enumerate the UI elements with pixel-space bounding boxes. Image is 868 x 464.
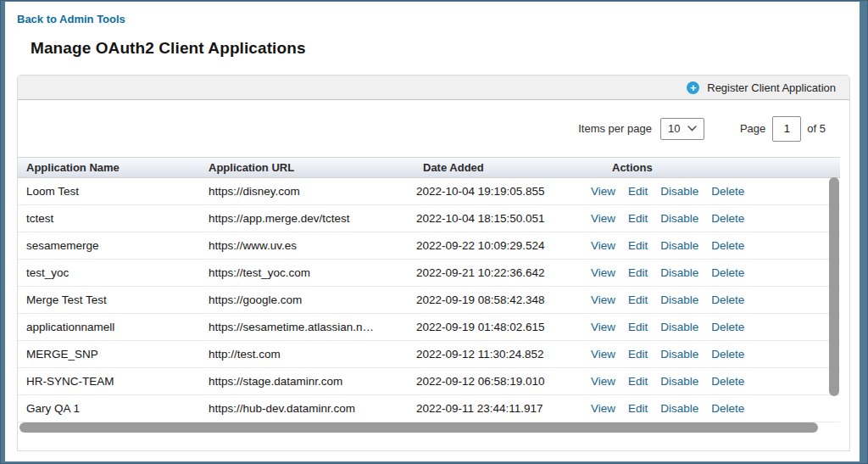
column-actions: Actions bbox=[591, 161, 840, 174]
delete-link[interactable]: Delete bbox=[711, 266, 744, 279]
delete-link[interactable]: Delete bbox=[711, 402, 744, 415]
edit-link[interactable]: Edit bbox=[628, 239, 648, 252]
back-to-admin-tools-link[interactable]: Back to Admin Tools bbox=[17, 13, 125, 25]
column-application-name: Application Name bbox=[18, 161, 200, 174]
disable-link[interactable]: Disable bbox=[660, 402, 698, 415]
application-url-cell: https://www.uv.es bbox=[200, 239, 408, 252]
actions-cell: View Edit Disable Delete bbox=[591, 239, 840, 252]
edit-link[interactable]: Edit bbox=[628, 348, 648, 361]
date-added-cell: 2022-10-04 18:15:50.051 bbox=[408, 212, 591, 225]
date-added-cell: 2022-09-11 23:44:11.917 bbox=[408, 402, 591, 415]
table-row: Loom Test https://disney.com 2022-10-04 … bbox=[18, 178, 840, 205]
disable-link[interactable]: Disable bbox=[660, 348, 698, 361]
delete-link[interactable]: Delete bbox=[711, 239, 744, 252]
actions-cell: View Edit Disable Delete bbox=[591, 402, 840, 415]
application-name-cell: Merge Test Test bbox=[18, 293, 200, 306]
actions-cell: View Edit Disable Delete bbox=[591, 266, 840, 279]
items-per-page-value: 10 bbox=[668, 122, 680, 135]
add-plus-icon[interactable]: + bbox=[687, 81, 699, 94]
date-added-cell: 2022-09-21 10:22:36.642 bbox=[408, 266, 591, 279]
disable-link[interactable]: Disable bbox=[660, 293, 698, 306]
application-url-cell: https://test_yoc.com bbox=[200, 266, 408, 279]
table-header-row: Application Name Application URL Date Ad… bbox=[18, 157, 840, 178]
actions-cell: View Edit Disable Delete bbox=[591, 185, 840, 198]
application-name-cell: MERGE_SNP bbox=[18, 348, 200, 361]
application-name-cell: tctest bbox=[18, 212, 200, 225]
panel-toolbar: + Register Client Application bbox=[18, 75, 849, 100]
table-body: Loom Test https://disney.com 2022-10-04 … bbox=[18, 178, 840, 422]
date-added-cell: 2022-09-22 10:09:29.524 bbox=[408, 239, 591, 252]
application-url-cell: https://hub-dev.dataminr.com bbox=[200, 402, 408, 415]
items-per-page-select[interactable]: 10 bbox=[660, 118, 704, 140]
page-number-input[interactable] bbox=[772, 116, 801, 142]
application-url-cell: https://sesametime.atlassian.n… bbox=[200, 321, 408, 333]
column-date-added: Date Added bbox=[408, 161, 591, 174]
application-name-cell: Gary QA 1 bbox=[18, 402, 200, 415]
page-label: Page bbox=[740, 122, 765, 135]
date-added-cell: 2022-09-12 11:30:24.852 bbox=[408, 348, 591, 361]
application-url-cell: http://test.com bbox=[200, 348, 408, 361]
table-row: HR-SYNC-TEAM https://stage.dataminr.com … bbox=[18, 368, 840, 395]
application-name-cell: applicationnamell bbox=[18, 321, 200, 333]
actions-cell: View Edit Disable Delete bbox=[591, 212, 840, 225]
table-row: test_yoc https://test_yoc.com 2022-09-21… bbox=[18, 260, 840, 287]
applications-table: Application Name Application URL Date Ad… bbox=[18, 157, 840, 422]
items-per-page-label: Items per page bbox=[578, 122, 652, 135]
disable-link[interactable]: Disable bbox=[660, 375, 698, 388]
pagination-bar: Items per page 10 Page of 5 bbox=[18, 100, 849, 157]
date-added-cell: 2022-10-04 19:19:05.855 bbox=[408, 185, 591, 198]
disable-link[interactable]: Disable bbox=[660, 239, 698, 252]
delete-link[interactable]: Delete bbox=[711, 348, 744, 361]
table-row: MERGE_SNP http://test.com 2022-09-12 11:… bbox=[18, 341, 840, 368]
view-link[interactable]: View bbox=[591, 375, 615, 388]
view-link[interactable]: View bbox=[591, 293, 615, 306]
register-client-application-button[interactable]: Register Client Application bbox=[707, 81, 836, 94]
table-row: Gary QA 1 https://hub-dev.dataminr.com 2… bbox=[18, 395, 840, 422]
application-name-cell: sesamemerge bbox=[18, 239, 200, 252]
disable-link[interactable]: Disable bbox=[660, 266, 698, 279]
view-link[interactable]: View bbox=[591, 212, 615, 225]
edit-link[interactable]: Edit bbox=[628, 402, 648, 415]
application-url-cell: https://stage.dataminr.com bbox=[200, 375, 408, 388]
table-row: tctest https://app.merge.dev/tctest 2022… bbox=[18, 205, 840, 232]
edit-link[interactable]: Edit bbox=[628, 293, 648, 306]
delete-link[interactable]: Delete bbox=[711, 185, 744, 198]
application-name-cell: test_yoc bbox=[18, 266, 200, 279]
table-row: sesamemerge https://www.uv.es 2022-09-22… bbox=[18, 232, 840, 260]
edit-link[interactable]: Edit bbox=[628, 321, 648, 333]
table-row: Merge Test Test https://google.com 2022-… bbox=[18, 287, 840, 314]
application-url-cell: https://app.merge.dev/tctest bbox=[200, 212, 408, 225]
edit-link[interactable]: Edit bbox=[628, 212, 648, 225]
delete-link[interactable]: Delete bbox=[711, 212, 744, 225]
delete-link[interactable]: Delete bbox=[711, 321, 744, 333]
view-link[interactable]: View bbox=[591, 348, 615, 361]
vertical-scrollbar-thumb[interactable] bbox=[829, 177, 839, 396]
horizontal-scrollbar-thumb[interactable] bbox=[19, 422, 818, 433]
disable-link[interactable]: Disable bbox=[660, 321, 698, 333]
application-name-cell: HR-SYNC-TEAM bbox=[18, 375, 200, 388]
disable-link[interactable]: Disable bbox=[660, 185, 698, 198]
date-added-cell: 2022-09-19 01:48:02.615 bbox=[408, 321, 591, 333]
actions-cell: View Edit Disable Delete bbox=[591, 348, 840, 361]
application-name-cell: Loom Test bbox=[18, 185, 200, 198]
chevron-down-icon bbox=[687, 126, 697, 131]
date-added-cell: 2022-09-19 08:58:42.348 bbox=[408, 293, 591, 306]
disable-link[interactable]: Disable bbox=[660, 212, 698, 225]
edit-link[interactable]: Edit bbox=[628, 266, 648, 279]
applications-panel: + Register Client Application Items per … bbox=[17, 75, 850, 451]
delete-link[interactable]: Delete bbox=[711, 293, 744, 306]
edit-link[interactable]: Edit bbox=[628, 375, 648, 388]
table-row: applicationnamell https://sesametime.atl… bbox=[18, 314, 840, 341]
view-link[interactable]: View bbox=[591, 321, 615, 333]
application-url-cell: https://disney.com bbox=[200, 185, 408, 198]
view-link[interactable]: View bbox=[591, 402, 615, 415]
delete-link[interactable]: Delete bbox=[711, 375, 744, 388]
actions-cell: View Edit Disable Delete bbox=[591, 375, 840, 388]
column-application-url: Application URL bbox=[200, 161, 408, 174]
edit-link[interactable]: Edit bbox=[628, 185, 648, 198]
view-link[interactable]: View bbox=[591, 185, 615, 198]
application-url-cell: https://google.com bbox=[200, 293, 408, 306]
view-link[interactable]: View bbox=[591, 239, 615, 252]
page-title: Manage OAuth2 Client Applications bbox=[31, 39, 306, 58]
view-link[interactable]: View bbox=[591, 266, 615, 279]
